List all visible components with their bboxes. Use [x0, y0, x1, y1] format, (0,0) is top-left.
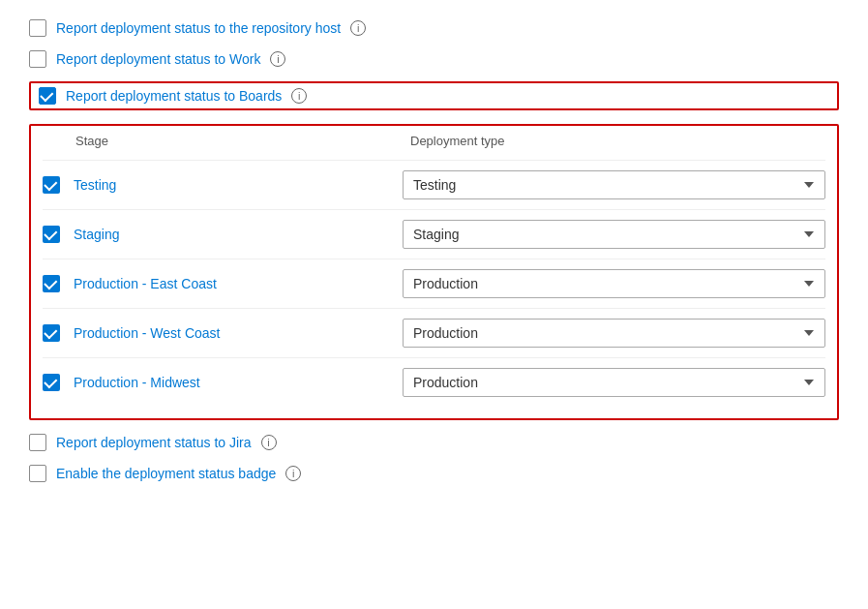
stage-name-testing: Testing: [74, 177, 403, 193]
stage-row-staging: Staging Testing Staging Production: [43, 209, 825, 259]
info-icon-boards[interactable]: i: [291, 88, 307, 104]
select-wrapper-west-coast: Testing Staging Production: [403, 319, 825, 348]
select-wrapper-testing: Testing Staging Production: [403, 170, 825, 199]
label-badge: Enable the deployment status badge: [56, 466, 276, 481]
checkbox-testing[interactable]: [43, 176, 60, 194]
col-stage-header: Stage: [43, 134, 410, 148]
select-wrapper-east-coast: Testing Staging Production: [403, 269, 825, 298]
deploy-select-east-coast: Testing Staging Production: [403, 269, 825, 298]
label-boards: Report deployment status to Boards: [66, 88, 282, 104]
stage-row-west-coast: Production - West Coast Testing Staging …: [43, 308, 825, 357]
label-jira: Report deployment status to Jira: [56, 435, 252, 450]
option-boards: Report deployment status to Boards i: [29, 81, 839, 110]
info-icon-jira[interactable]: i: [261, 435, 277, 450]
checkbox-repo-host[interactable]: [29, 19, 46, 37]
select-wrapper-staging: Testing Staging Production: [403, 220, 825, 249]
col-deploy-header: Deployment type: [410, 134, 825, 148]
select-west-coast[interactable]: Testing Staging Production: [403, 319, 825, 348]
select-midwest[interactable]: Testing Staging Production: [403, 368, 825, 397]
stage-name-midwest: Production - Midwest: [74, 375, 403, 390]
select-testing[interactable]: Testing Staging Production: [403, 170, 825, 199]
info-icon-badge[interactable]: i: [285, 466, 301, 481]
checkbox-staging[interactable]: [43, 226, 60, 243]
info-icon-repo-host[interactable]: i: [350, 20, 366, 36]
stage-name-east-coast: Production - East Coast: [74, 276, 403, 291]
option-repo-host: Report deployment status to the reposito…: [29, 19, 839, 37]
deploy-select-midwest: Testing Staging Production: [403, 368, 825, 397]
option-badge: Enable the deployment status badge i: [29, 465, 839, 482]
checkbox-west-coast[interactable]: [43, 324, 60, 342]
label-work: Report deployment status to Work: [56, 51, 260, 67]
checkbox-midwest[interactable]: [43, 374, 60, 391]
stage-row-midwest: Production - Midwest Testing Staging Pro…: [43, 357, 825, 407]
option-jira: Report deployment status to Jira i: [29, 434, 839, 451]
option-work: Report deployment status to Work i: [29, 50, 839, 68]
stage-name-staging: Staging: [74, 227, 403, 242]
checkbox-jira[interactable]: [29, 434, 46, 451]
stage-row-east-coast: Production - East Coast Testing Staging …: [43, 259, 825, 308]
select-wrapper-midwest: Testing Staging Production: [403, 368, 825, 397]
deploy-select-staging: Testing Staging Production: [403, 220, 825, 249]
select-east-coast[interactable]: Testing Staging Production: [403, 269, 825, 298]
deploy-select-west-coast: Testing Staging Production: [403, 319, 825, 348]
label-repo-host: Report deployment status to the reposito…: [56, 20, 341, 36]
checkbox-boards[interactable]: [39, 87, 56, 105]
info-icon-work[interactable]: i: [270, 51, 285, 67]
stage-row-testing: Testing Testing Staging Production: [43, 160, 825, 209]
deploy-select-testing: Testing Staging Production: [403, 170, 825, 199]
checkbox-work[interactable]: [29, 50, 46, 68]
stage-name-west-coast: Production - West Coast: [74, 325, 403, 341]
stage-table-header: Stage Deployment type: [43, 134, 825, 152]
checkbox-east-coast[interactable]: [43, 275, 60, 292]
select-staging[interactable]: Testing Staging Production: [403, 220, 825, 249]
stage-table-container: Stage Deployment type Testing Testing St…: [29, 124, 839, 420]
checkbox-badge[interactable]: [29, 465, 46, 482]
